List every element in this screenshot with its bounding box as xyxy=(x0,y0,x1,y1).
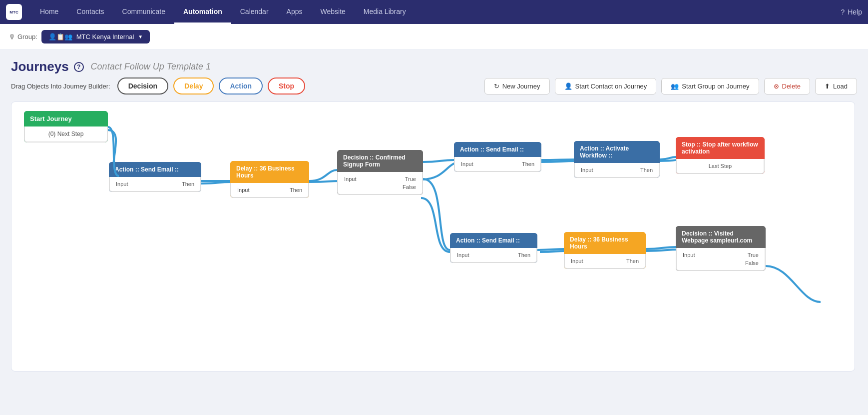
chevron-down-icon: ▼ xyxy=(138,34,143,40)
group-selector[interactable]: 👤📋👥 MTC Kenya Internal ▼ xyxy=(41,30,150,44)
action2-input: Input xyxy=(461,161,473,167)
nav-home[interactable]: Home xyxy=(31,0,67,24)
decision2-node[interactable]: Decision :: Visited Webpage sampleurl.co… xyxy=(676,226,766,271)
nav-calendar[interactable]: Calendar xyxy=(231,0,278,24)
action1-ports: Input Then xyxy=(109,177,201,192)
group-icons: 👤📋👥 xyxy=(48,33,72,40)
page-content: Journeys ? Contact Follow Up Template 1 … xyxy=(0,50,868,380)
nav-items: Home Contacts Communicate Automation Cal… xyxy=(31,0,415,24)
page-title: Journeys xyxy=(11,59,69,74)
drag-label: Drag Objects Into Journey Builder: xyxy=(11,82,110,90)
page-title-row: Journeys ? Contact Follow Up Template 1 xyxy=(11,59,857,74)
help-circle-icon[interactable]: ? xyxy=(74,62,84,72)
action4-then: Then xyxy=(518,252,530,258)
start-journey-header: Start Journey xyxy=(24,111,108,126)
action3-ports: Input Then xyxy=(574,163,660,178)
nav-media-library[interactable]: Media Library xyxy=(355,0,415,24)
nav-communicate[interactable]: Communicate xyxy=(113,0,174,24)
microphone-icon: 🎙 xyxy=(9,33,15,40)
action1-then: Then xyxy=(182,181,194,187)
delay2-node[interactable]: Delay :: 36 Business Hours Input Then xyxy=(564,232,646,269)
help-icon: ? xyxy=(841,8,845,16)
journey-canvas[interactable]: Start Journey (0) Next Step Action :: Se… xyxy=(11,102,855,372)
group-icon: 👥 xyxy=(671,82,679,90)
top-nav: MTC Home Contacts Communicate Automation… xyxy=(0,0,868,24)
delay-drag-btn[interactable]: Delay xyxy=(173,78,214,94)
new-journey-button[interactable]: ↻ New Journey xyxy=(484,78,550,94)
action1-node[interactable]: Action :: Send Email :: Input Then xyxy=(109,162,201,192)
action1-header: Action :: Send Email :: xyxy=(109,162,201,177)
start-contact-button[interactable]: 👤 Start Contact on Journey xyxy=(555,78,657,94)
decision1-true: True xyxy=(405,176,416,182)
decision2-header: Decision :: Visited Webpage sampleurl.co… xyxy=(676,226,766,248)
delay1-node[interactable]: Delay :: 36 Business Hours Input Then xyxy=(230,161,309,198)
delay2-ports: Input Then xyxy=(564,254,646,269)
delay2-input: Input xyxy=(571,258,583,264)
action4-ports: Input Then xyxy=(450,248,537,263)
action-drag-btn[interactable]: Action xyxy=(219,78,263,94)
nav-logo: MTC xyxy=(6,4,22,20)
action2-header: Action :: Send Email :: xyxy=(454,142,541,157)
toolbar-row: Drag Objects Into Journey Builder: Decis… xyxy=(11,78,857,94)
action3-header: Action :: Activate Workflow :: xyxy=(574,141,660,163)
action-buttons-group: ↻ New Journey 👤 Start Contact on Journey… xyxy=(484,78,857,94)
decision2-ports: Input True False xyxy=(676,248,766,271)
decision2-input: Input xyxy=(683,252,695,258)
start-group-button[interactable]: 👥 Start Group on Journey xyxy=(661,78,759,94)
nav-website[interactable]: Website xyxy=(312,0,355,24)
delay1-ports: Input Then xyxy=(230,183,309,198)
delay1-header: Delay :: 36 Business Hours xyxy=(230,161,309,183)
refresh-icon: ↻ xyxy=(494,82,499,90)
decision1-input: Input xyxy=(344,176,356,182)
decision1-node[interactable]: Decision :: Confirmed Signup Form Input … xyxy=(337,150,423,195)
group-label: 🎙 Group: xyxy=(9,33,37,40)
delay1-input: Input xyxy=(237,187,249,193)
stop1-header: Stop :: Stop after workflow activation xyxy=(676,137,765,159)
drag-objects-section: Drag Objects Into Journey Builder: Decis… xyxy=(11,78,305,94)
upload-icon: ⬆ xyxy=(825,82,830,90)
action2-node[interactable]: Action :: Send Email :: Input Then xyxy=(454,142,541,172)
action3-node[interactable]: Action :: Activate Workflow :: Input The… xyxy=(574,141,660,178)
action2-then: Then xyxy=(522,161,534,167)
delete-icon: ⊗ xyxy=(774,82,779,90)
action1-input: Input xyxy=(116,181,128,187)
delay2-then: Then xyxy=(626,258,639,264)
decision-drag-btn[interactable]: Decision xyxy=(117,78,168,94)
action3-input: Input xyxy=(581,167,593,173)
action4-node[interactable]: Action :: Send Email :: Input Then xyxy=(450,233,537,263)
load-button[interactable]: ⬆ Load xyxy=(815,78,857,94)
stop1-body: Last Step xyxy=(676,159,765,174)
action2-ports: Input Then xyxy=(454,157,541,172)
action4-input: Input xyxy=(457,252,469,258)
start-journey-node[interactable]: Start Journey (0) Next Step xyxy=(24,111,108,142)
stop-drag-btn[interactable]: Stop xyxy=(268,78,305,94)
start-journey-body: (0) Next Step xyxy=(24,126,108,142)
contact-icon: 👤 xyxy=(564,82,572,90)
nav-contacts[interactable]: Contacts xyxy=(67,0,113,24)
decision2-false: False xyxy=(745,260,759,266)
nav-apps[interactable]: Apps xyxy=(278,0,312,24)
decision1-false: False xyxy=(403,184,416,190)
page-subtitle: Contact Follow Up Template 1 xyxy=(91,62,211,72)
stop1-node[interactable]: Stop :: Stop after workflow activation L… xyxy=(676,137,765,174)
nav-automation[interactable]: Automation xyxy=(174,0,231,24)
group-bar: 🎙 Group: 👤📋👥 MTC Kenya Internal ▼ xyxy=(0,24,868,50)
action4-header: Action :: Send Email :: xyxy=(450,233,537,248)
delay1-then: Then xyxy=(290,187,302,193)
delete-button[interactable]: ⊗ Delete xyxy=(764,78,811,94)
action3-then: Then xyxy=(640,167,653,173)
decision1-ports: Input True False xyxy=(337,172,423,195)
nav-help[interactable]: ? Help xyxy=(841,8,862,16)
delay2-header: Delay :: 36 Business Hours xyxy=(564,232,646,254)
decision1-header: Decision :: Confirmed Signup Form xyxy=(337,150,423,172)
decision2-true: True xyxy=(748,252,759,258)
